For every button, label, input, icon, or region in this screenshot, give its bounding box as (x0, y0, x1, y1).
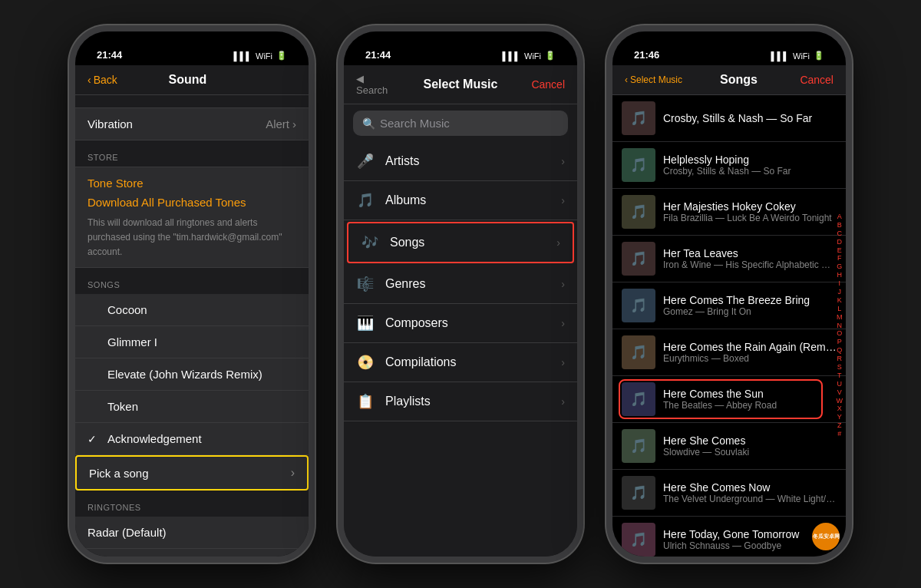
song-info: Here Comes The Breeze BringGomez — Bring… (663, 294, 837, 317)
ringtone-item[interactable]: Radar (Default) (75, 517, 309, 549)
song-title: Here She Comes (663, 434, 837, 447)
music-menu-item-albums[interactable]: 🎵Albums› (344, 181, 577, 220)
alphabet-index[interactable]: ABCDEFGHIJKLMNOPQRSTUVWXYZ# (837, 95, 843, 557)
album-art: 🎵 (622, 289, 655, 322)
tone-store-link[interactable]: Tone Store (87, 177, 296, 190)
ringtones-section-header: RINGTONES (75, 491, 309, 517)
alpha-letter-S[interactable]: S (837, 364, 843, 372)
music-menu-item-composers[interactable]: 🎹Composers› (344, 304, 577, 343)
menu-chevron-icon: › (556, 236, 560, 249)
songs-screen: 🎵 Crosby, Stills & Nash — So Far 🎵Helple… (612, 95, 846, 557)
alpha-letter-Y[interactable]: Y (837, 414, 843, 421)
pick-song-row[interactable]: Pick a song › (75, 455, 309, 491)
song-artist: Iron & Wine — His Specific Alphabetic Ni… (663, 259, 837, 270)
alpha-letter-O[interactable]: O (837, 330, 843, 338)
alpha-letter-N[interactable]: N (837, 322, 843, 330)
notch-1 (142, 31, 242, 53)
album-art: 🎵 (622, 195, 655, 229)
time-2: 21:44 (359, 49, 391, 61)
signal-icon-3: ▌▌▌ (771, 51, 789, 61)
song-artist: Slowdive — Souvlaki (663, 447, 837, 458)
time-3: 21:46 (628, 49, 659, 61)
store-section-header: STORE (75, 140, 309, 167)
alpha-letter-L[interactable]: L (837, 306, 843, 313)
songs-icon: 🎶 (361, 234, 379, 251)
alpha-letter-#[interactable]: # (837, 431, 843, 438)
back-button-3[interactable]: ‹ Select Music (625, 74, 682, 85)
song-item[interactable]: ✓Acknowledgement (75, 423, 309, 455)
vibration-value: Alert › (266, 117, 296, 130)
cancel-button-3[interactable]: Cancel (795, 74, 834, 86)
song-item[interactable]: Cocoon (75, 294, 309, 326)
ringtone-item[interactable]: Apex (75, 549, 309, 557)
songs-list: CocoonGlimmer IElevate (John Wizards Rem… (75, 294, 309, 455)
vibration-row[interactable]: Vibration Alert › (75, 107, 309, 140)
composers-icon: 🎹 (356, 315, 375, 332)
notch-3 (679, 31, 779, 53)
cancel-button-2[interactable]: Cancel (527, 78, 565, 91)
alpha-letter-P[interactable]: P (837, 339, 843, 346)
music-menu-item-songs[interactable]: 🎶Songs› (347, 222, 574, 263)
alpha-letter-D[interactable]: D (837, 239, 843, 246)
albums-icon: 🎵 (356, 192, 375, 209)
song-check-icon: ✓ (87, 433, 100, 445)
list-item[interactable]: 🎵Here She ComesSlowdive — Souvlaki (612, 423, 846, 470)
pick-song-label: Pick a song (89, 467, 149, 480)
nav-bar-3: ‹ Select Music Songs Cancel (612, 65, 846, 95)
alpha-letter-C[interactable]: C (837, 230, 843, 238)
ringtones-list: Radar (Default)ApexBeacon (75, 517, 309, 557)
album-art: 🎵 (622, 429, 655, 463)
alpha-letter-E[interactable]: E (837, 247, 843, 255)
music-menu-item-playlists[interactable]: 📋Playlists› (344, 382, 577, 421)
back-button-1[interactable]: ‹ Back (87, 74, 117, 86)
alpha-letter-M[interactable]: M (837, 314, 843, 322)
list-item[interactable]: 🎵Her Tea LeavesIron & Wine — His Specifi… (612, 236, 846, 282)
music-menu-item-artists[interactable]: 🎤Artists› (344, 142, 577, 181)
song-info: Here Comes the Rain Again (Remaster...Eu… (663, 341, 837, 364)
alpha-letter-R[interactable]: R (837, 355, 843, 363)
alpha-letter-F[interactable]: F (837, 255, 843, 263)
alpha-letter-B[interactable]: B (837, 222, 843, 230)
song-info-top: Crosby, Stills & Nash — So Far (663, 112, 837, 124)
search-bar[interactable]: 🔍 Search Music (353, 111, 568, 136)
phone-3: 21:46 ▌▌▌ WiFi 🔋 ‹ Select Music Songs Ca… (606, 25, 852, 563)
list-item[interactable]: 🎵Here Comes the SunThe Beatles — Abbey R… (612, 376, 846, 423)
list-item[interactable]: 🎵Here Today, Gone TomorrowUlrich Schnaus… (612, 517, 846, 557)
alpha-letter-I[interactable]: I (837, 280, 843, 288)
alpha-letter-Q[interactable]: Q (837, 347, 843, 355)
alpha-letter-X[interactable]: X (837, 405, 843, 413)
alpha-letter-T[interactable]: T (837, 372, 843, 380)
list-item[interactable]: 🎵Here Comes The Breeze BringGomez — Brin… (612, 282, 846, 329)
song-item[interactable]: Token (75, 391, 309, 423)
album-art: 🎵 (622, 476, 655, 510)
song-item[interactable]: Elevate (John Wizards Remix) (75, 358, 309, 391)
alpha-letter-V[interactable]: V (837, 389, 843, 397)
alpha-letter-G[interactable]: G (837, 263, 843, 271)
music-menu-item-genres[interactable]: 🎼Genres› (344, 265, 577, 304)
status-icons-2: ▌▌▌ WiFi 🔋 (503, 51, 562, 61)
list-item[interactable]: 🎵Here She Comes NowThe Velvet Undergroun… (612, 470, 846, 517)
song-item[interactable]: Glimmer I (75, 326, 309, 358)
alpha-letter-K[interactable]: K (837, 297, 843, 305)
alpha-letter-J[interactable]: J (837, 289, 843, 296)
notch-2 (411, 31, 510, 53)
alpha-letter-U[interactable]: U (837, 381, 843, 388)
alpha-letter-H[interactable]: H (837, 272, 843, 279)
music-menu-item-compilations[interactable]: 📀Compilations› (344, 343, 577, 382)
vibration-label: Vibration (87, 117, 133, 130)
menu-label-genres: Genres (385, 277, 550, 291)
download-all-link[interactable]: Download All Purchased Tones (87, 196, 296, 209)
song-info: Here She ComesSlowdive — Souvlaki (663, 434, 837, 458)
list-item-top[interactable]: 🎵 Crosby, Stills & Nash — So Far (612, 95, 846, 142)
list-item[interactable]: 🎵Here Comes the Rain Again (Remaster...E… (612, 329, 846, 376)
alpha-letter-W[interactable]: W (837, 398, 843, 405)
alpha-letter-A[interactable]: A (837, 213, 843, 221)
music-menu: 🎤Artists›🎵Albums›🎶Songs›🎼Genres›🎹Compose… (344, 142, 577, 421)
status-icons-1: ▌▌▌ WiFi 🔋 (234, 51, 293, 61)
list-item[interactable]: 🎵Helplessly HopingCrosby, Stills & Nash … (612, 142, 846, 189)
list-item[interactable]: 🎵Her Majesties Hokey CokeyFila Brazillia… (612, 189, 846, 236)
alpha-letter-Z[interactable]: Z (837, 422, 843, 430)
menu-chevron-icon: › (561, 194, 565, 206)
signal-icon-2: ▌▌▌ (503, 51, 520, 61)
menu-label-compilations: Compilations (385, 355, 550, 369)
